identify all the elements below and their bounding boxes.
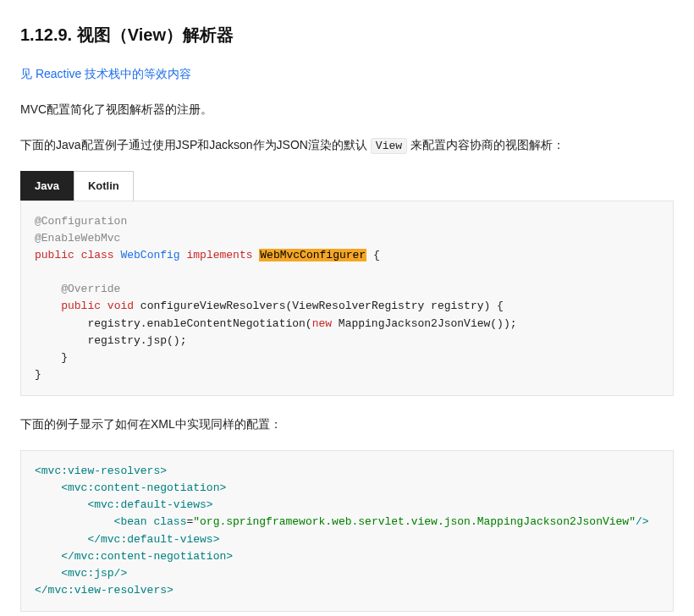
code-tabs: Java Kotlin xyxy=(20,171,674,201)
xml-l7: <mvc:jsp/> xyxy=(35,567,127,580)
xml-l6: </mvc:content-negotiation> xyxy=(35,550,233,563)
intro-paragraph: MVC配置简化了视图解析器的注册。 xyxy=(20,100,674,120)
reactive-link[interactable]: 见 Reactive 技术栈中的等效内容 xyxy=(20,64,674,85)
xml-l4-attr: class xyxy=(153,515,186,528)
xml-l5: </mvc:default-views> xyxy=(35,533,219,546)
kw-void: void xyxy=(107,300,134,312)
java-config-paragraph: 下面的Java配置例子通过使用JSP和Jackson作为JSON渲染的默认 Vi… xyxy=(20,135,674,156)
line8: } xyxy=(35,351,68,364)
kw-public: public xyxy=(35,249,74,261)
line7: registry.jsp(); xyxy=(35,334,186,347)
annotation-configuration: @Configuration xyxy=(35,215,127,228)
xml-intro-paragraph: 下面的例子显示了如何在XML中实现同样的配置： xyxy=(20,415,674,435)
highlight-webmvcconfigurer: WebMvcConfigurer xyxy=(259,249,366,261)
xml-l4-str: "org.springframework.web.servlet.view.js… xyxy=(193,515,636,528)
line6a: registry.enableContentNegotiation( xyxy=(35,317,312,330)
kw-class: class xyxy=(81,249,114,261)
brace-open: { xyxy=(366,249,380,261)
kw-implements: implements xyxy=(186,249,252,261)
annotation-override: @Override xyxy=(35,283,120,295)
type-webconfig: WebConfig xyxy=(120,249,179,261)
annotation-enablewebmvc: @EnableWebMvc xyxy=(35,232,120,245)
xml-l2: <mvc:content-negotiation> xyxy=(35,481,226,494)
para1-before: 下面的Java配置例子通过使用JSP和Jackson作为JSON渲染的默认 xyxy=(20,138,371,151)
java-code-block: @Configuration @EnableWebMvc public clas… xyxy=(20,201,674,396)
xml-l1: <mvc:view-resolvers> xyxy=(35,465,167,477)
method-sig: configureViewResolvers(ViewResolverRegis… xyxy=(134,300,504,312)
xml-l8: </mvc:view-resolvers> xyxy=(35,584,174,597)
xml-l4a: <bean xyxy=(35,515,153,528)
xml-code-block: <mvc:view-resolvers> <mvc:content-negoti… xyxy=(20,450,674,612)
line9: } xyxy=(35,368,41,381)
xml-l4b: /> xyxy=(636,515,649,528)
xml-l3: <mvc:default-views> xyxy=(35,498,213,511)
kw-public2: public xyxy=(35,300,101,312)
section-heading: 1.12.9. 视图（View）解析器 xyxy=(20,20,674,49)
kw-new: new xyxy=(312,317,332,330)
para1-after: 来配置内容协商的视图解析： xyxy=(407,138,565,151)
view-inline-code: View xyxy=(371,138,407,154)
line6b: MappingJackson2JsonView()); xyxy=(332,317,516,330)
tab-kotlin[interactable]: Kotlin xyxy=(74,171,134,201)
tab-java[interactable]: Java xyxy=(20,171,74,201)
